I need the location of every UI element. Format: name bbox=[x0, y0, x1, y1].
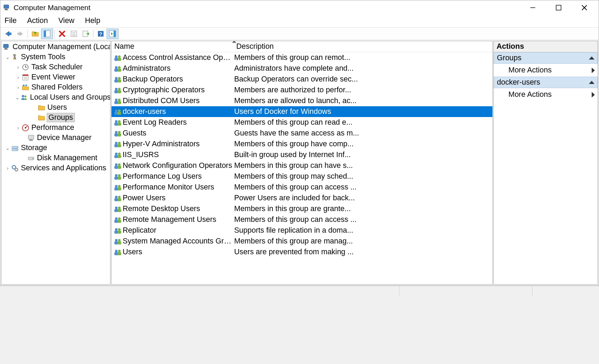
group-description: Members of this group can access ... bbox=[234, 215, 492, 224]
group-icon bbox=[114, 162, 122, 170]
tree-event-viewer[interactable]: › Event Viewer bbox=[1, 72, 110, 82]
list-item[interactable]: Performance Monitor UsersMembers of this… bbox=[112, 182, 492, 193]
show-hide-actions-button[interactable] bbox=[107, 29, 118, 39]
svg-rect-40 bbox=[44, 31, 46, 37]
list-item[interactable]: Performance Log UsersMembers of this gro… bbox=[112, 171, 492, 182]
list-item[interactable]: Cryptographic OperatorsMembers are autho… bbox=[112, 85, 492, 95]
svg-rect-41 bbox=[71, 31, 77, 37]
toolbar: ? bbox=[0, 28, 599, 40]
services-icon bbox=[11, 164, 19, 172]
expand-icon[interactable]: › bbox=[15, 64, 21, 70]
help-button[interactable]: ? bbox=[95, 29, 107, 39]
tools-icon bbox=[11, 53, 19, 61]
actions-section-selected[interactable]: docker-users bbox=[494, 77, 598, 88]
tree-storage[interactable]: ⌄ Storage bbox=[1, 143, 110, 153]
tree-shared-folders[interactable]: › Shared Folders bbox=[1, 82, 110, 92]
back-button[interactable] bbox=[2, 29, 14, 39]
tree-services-apps[interactable]: › Services and Applications bbox=[1, 163, 110, 173]
tree-task-scheduler[interactable]: › Task Scheduler bbox=[1, 62, 110, 72]
list-item[interactable]: docker-usersUsers of Docker for Windows bbox=[112, 106, 492, 117]
collapse-icon[interactable]: ⌄ bbox=[5, 54, 10, 60]
group-description: Administrators have complete and... bbox=[234, 64, 492, 73]
list-body[interactable]: Access Control Assistance OperatorsMembe… bbox=[112, 52, 492, 284]
tree-users[interactable]: Users bbox=[1, 102, 110, 113]
svg-rect-38 bbox=[17, 33, 20, 35]
group-icon bbox=[114, 118, 122, 127]
minimize-button[interactable] bbox=[525, 2, 541, 13]
group-description: Members of this group may sched... bbox=[234, 172, 492, 181]
list-item[interactable]: Network Configuration OperatorsMembers i… bbox=[112, 160, 492, 171]
group-description: Users of Docker for Windows bbox=[234, 107, 492, 116]
tree-device-manager[interactable]: Device Manager bbox=[1, 133, 110, 143]
group-icon bbox=[114, 97, 122, 105]
window-title: Computer Management bbox=[14, 3, 91, 12]
group-name: Backup Operators bbox=[123, 75, 234, 84]
delete-button[interactable] bbox=[56, 29, 68, 39]
tree-local-users-groups[interactable]: ⌄ Local Users and Groups bbox=[1, 92, 110, 102]
list-item[interactable]: Backup OperatorsBackup Operators can ove… bbox=[112, 74, 492, 85]
expand-icon[interactable]: › bbox=[5, 165, 10, 171]
list-item[interactable]: System Managed Accounts GroupMembers of … bbox=[112, 236, 492, 247]
collapse-icon[interactable]: ⌄ bbox=[15, 95, 20, 100]
tree-performance[interactable]: › Performance bbox=[1, 123, 110, 133]
users-icon bbox=[20, 94, 28, 101]
menu-file[interactable]: File bbox=[5, 16, 17, 25]
group-description: Members in this group can have s... bbox=[234, 161, 492, 170]
collapse-icon[interactable]: ⌄ bbox=[5, 145, 10, 151]
properties-button[interactable] bbox=[68, 29, 80, 39]
show-hide-tree-button[interactable] bbox=[41, 29, 53, 39]
list-item[interactable]: Remote Desktop UsersMembers in this grou… bbox=[112, 203, 492, 214]
list-item[interactable]: Event Log ReadersMembers of this group c… bbox=[112, 117, 492, 128]
menu-help[interactable]: Help bbox=[85, 16, 100, 25]
group-description: Guests have the same access as m... bbox=[234, 129, 492, 138]
list-item[interactable]: ReplicatorSupports file replication in a… bbox=[112, 225, 492, 236]
group-description: Supports file replication in a doma... bbox=[234, 226, 492, 235]
expand-icon[interactable]: › bbox=[15, 75, 21, 80]
list-item[interactable]: AdministratorsAdministrators have comple… bbox=[112, 63, 492, 74]
collapse-icon bbox=[589, 56, 594, 60]
group-icon bbox=[114, 172, 122, 181]
maximize-button[interactable] bbox=[551, 2, 567, 13]
computer-icon bbox=[3, 43, 10, 51]
group-icon bbox=[114, 108, 122, 116]
export-button[interactable] bbox=[80, 29, 92, 39]
group-icon bbox=[114, 216, 122, 224]
group-name: Event Log Readers bbox=[123, 118, 234, 127]
navigation-tree[interactable]: Computer Management (Local) ⌄ System Too… bbox=[1, 41, 110, 285]
close-button[interactable] bbox=[576, 2, 592, 13]
list-item[interactable]: UsersUsers are prevented from making ... bbox=[112, 247, 492, 257]
column-name[interactable]: Name bbox=[112, 41, 233, 52]
column-description[interactable]: Description bbox=[233, 41, 492, 52]
group-name: Access Control Assistance Operators bbox=[123, 53, 234, 62]
tree-system-tools[interactable]: ⌄ System Tools bbox=[1, 52, 110, 62]
tree-root[interactable]: Computer Management (Local) bbox=[1, 42, 110, 52]
menu-view[interactable]: View bbox=[58, 16, 74, 25]
list-item[interactable]: Hyper-V AdministratorsMembers of this gr… bbox=[112, 139, 492, 149]
list-header: Name Description bbox=[112, 41, 492, 52]
group-description: Built-in group used by Internet Inf... bbox=[234, 150, 492, 159]
list-item[interactable]: Remote Management UsersMembers of this g… bbox=[112, 214, 492, 225]
computer-management-window: Computer Management File Action View Hel… bbox=[0, 0, 599, 286]
list-item[interactable]: Access Control Assistance OperatorsMembe… bbox=[112, 52, 492, 63]
actions-more-groups[interactable]: More Actions bbox=[494, 64, 598, 77]
up-button[interactable] bbox=[29, 29, 41, 39]
actions-section-groups[interactable]: Groups bbox=[494, 52, 598, 64]
actions-pane: Actions Groups More Actions docker-users… bbox=[493, 41, 598, 285]
tree-disk-management[interactable]: Disk Management bbox=[1, 153, 110, 163]
titlebar: Computer Management bbox=[0, 0, 599, 15]
actions-more-selected[interactable]: More Actions bbox=[494, 88, 598, 101]
window-controls bbox=[525, 2, 596, 13]
expand-icon[interactable]: › bbox=[15, 125, 21, 131]
forward-button[interactable] bbox=[14, 29, 26, 39]
group-name: docker-users bbox=[123, 107, 234, 116]
group-name: Users bbox=[123, 248, 234, 256]
expand-icon[interactable]: › bbox=[15, 85, 21, 90]
list-item[interactable]: GuestsGuests have the same access as m..… bbox=[112, 128, 492, 139]
menu-action[interactable]: Action bbox=[27, 16, 48, 25]
list-item[interactable]: IIS_IUSRSBuilt-in group used by Internet… bbox=[112, 149, 492, 160]
tree-groups[interactable]: Groups bbox=[1, 113, 110, 123]
list-item[interactable]: Distributed COM UsersMembers are allowed… bbox=[112, 95, 492, 106]
group-icon bbox=[114, 151, 122, 159]
actions-header: Actions bbox=[494, 41, 598, 52]
list-item[interactable]: Power UsersPower Users are included for … bbox=[112, 193, 492, 203]
